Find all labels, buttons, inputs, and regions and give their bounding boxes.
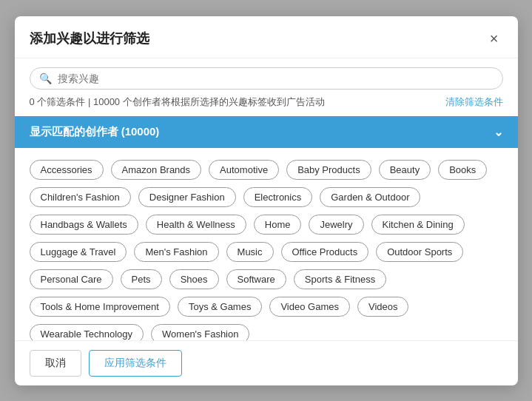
search-icon: 🔍 xyxy=(39,73,52,84)
modal-footer: 取消 应用筛选条件 xyxy=(15,340,518,385)
cancel-button[interactable]: 取消 xyxy=(30,350,81,377)
tag-item[interactable]: Children's Fashion xyxy=(30,187,131,207)
tag-item[interactable]: Electronics xyxy=(243,187,313,207)
tag-item[interactable]: Books xyxy=(438,160,487,180)
search-input[interactable] xyxy=(58,73,494,84)
tag-item[interactable]: Videos xyxy=(357,297,409,317)
tags-area: AccessoriesAmazon BrandsAutomotiveBaby P… xyxy=(15,148,518,340)
tag-item[interactable]: Toys & Games xyxy=(178,297,263,317)
tag-item[interactable]: Luggage & Travel xyxy=(30,242,127,262)
tag-item[interactable]: Tools & Home Improvement xyxy=(30,297,170,317)
search-row: 🔍 xyxy=(15,58,518,95)
tag-item[interactable]: Women's Fashion xyxy=(151,324,249,340)
tag-item[interactable]: Music xyxy=(226,242,274,262)
tag-item[interactable]: Jewelry xyxy=(309,215,363,235)
modal-header: 添加兴趣以进行筛选 × xyxy=(15,16,518,58)
tag-item[interactable]: Baby Products xyxy=(286,160,371,180)
apply-button[interactable]: 应用筛选条件 xyxy=(89,350,182,377)
tag-item[interactable]: Shoes xyxy=(169,269,219,289)
section-header[interactable]: 显示匹配的创作者 (10000) ⌄ xyxy=(15,116,518,148)
tag-item[interactable]: Health & Wellness xyxy=(146,215,246,235)
section-header-label: 显示匹配的创作者 (10000) xyxy=(30,125,160,139)
tag-item[interactable]: Outdoor Sports xyxy=(376,242,463,262)
chevron-down-icon: ⌄ xyxy=(494,125,503,139)
tag-item[interactable]: Video Games xyxy=(269,297,350,317)
filter-info-text: 0 个筛选条件 | 10000 个创作者将根据所选择的兴趣标签收到广告活动 xyxy=(30,95,325,109)
tag-item[interactable]: Wearable Technology xyxy=(30,324,144,340)
modal-title: 添加兴趣以进行筛选 xyxy=(30,30,149,47)
tag-item[interactable]: Men's Fashion xyxy=(134,242,218,262)
modal-overlay: 添加兴趣以进行筛选 × 🔍 0 个筛选条件 | 10000 个创作者将根据所选择… xyxy=(0,0,532,401)
tag-item[interactable]: Amazon Brands xyxy=(111,160,202,180)
tag-item[interactable]: Home xyxy=(254,215,302,235)
tag-item[interactable]: Beauty xyxy=(379,160,431,180)
search-box: 🔍 xyxy=(30,67,503,90)
tag-item[interactable]: Automotive xyxy=(209,160,279,180)
tag-item[interactable]: Pets xyxy=(121,269,162,289)
tag-item[interactable]: Office Products xyxy=(281,242,369,262)
modal-dialog: 添加兴趣以进行筛选 × 🔍 0 个筛选条件 | 10000 个创作者将根据所选择… xyxy=(15,16,518,385)
tag-item[interactable]: Personal Care xyxy=(30,269,113,289)
filter-info-row: 0 个筛选条件 | 10000 个创作者将根据所选择的兴趣标签收到广告活动 清除… xyxy=(15,95,518,116)
tag-item[interactable]: Garden & Outdoor xyxy=(320,187,420,207)
clear-filters-link[interactable]: 清除筛选条件 xyxy=(445,95,503,109)
tag-item[interactable]: Designer Fashion xyxy=(138,187,236,207)
close-button[interactable]: × xyxy=(485,30,503,47)
tag-item[interactable]: Sports & Fitness xyxy=(294,269,386,289)
tag-item[interactable]: Accessories xyxy=(30,160,104,180)
tag-item[interactable]: Handbags & Wallets xyxy=(30,215,138,235)
tag-item[interactable]: Software xyxy=(226,269,286,289)
tag-item[interactable]: Kitchen & Dining xyxy=(371,215,465,235)
